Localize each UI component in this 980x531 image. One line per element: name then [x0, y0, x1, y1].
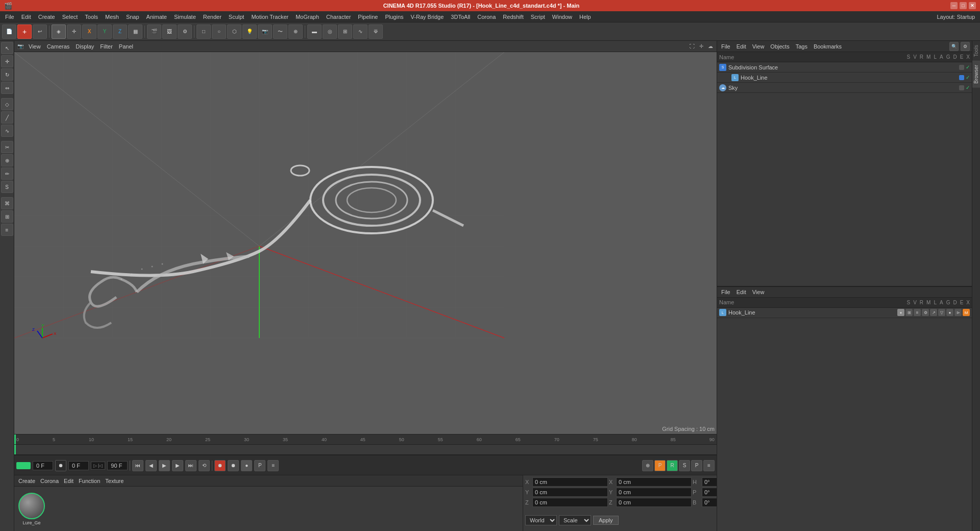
texture-mode-button[interactable]: ▦	[128, 25, 142, 39]
browser-tab[interactable]: Browser	[972, 61, 980, 88]
viewport-option-2[interactable]: ☁	[706, 42, 715, 51]
menu-sculpt[interactable]: Sculpt	[226, 13, 248, 21]
tag-ico-1[interactable]: ●	[897, 309, 904, 316]
viewport-display-menu[interactable]: Display	[74, 42, 96, 51]
step-forward-button[interactable]: ▶	[172, 460, 183, 471]
go-to-end-button[interactable]: ⏭	[185, 460, 197, 471]
object-axis-button[interactable]: ✛	[67, 25, 81, 39]
bend-button[interactable]: 〜	[273, 25, 287, 39]
menu-file[interactable]: File	[2, 13, 17, 21]
viewport-option-1[interactable]: ✛	[697, 42, 705, 51]
preview-button[interactable]: P	[254, 460, 265, 471]
tag-ico-8[interactable]: ⊳	[954, 309, 962, 316]
z-size-field[interactable]	[616, 498, 692, 507]
spline-button[interactable]: ∿	[353, 25, 368, 39]
scale-tool[interactable]: ⇔	[1, 82, 13, 94]
menu-simulate[interactable]: Simulate	[171, 13, 199, 21]
obj-objects-menu[interactable]: Objects	[768, 42, 791, 51]
keyframe-record-button[interactable]: ⏺	[55, 460, 66, 471]
material-function-menu[interactable]: Function	[77, 477, 102, 485]
undo-button[interactable]: ↩	[33, 25, 47, 39]
obj-edit-menu[interactable]: Edit	[734, 42, 748, 51]
obj-bookmarks-menu[interactable]: Bookmarks	[812, 42, 844, 51]
tools-browser-tab[interactable]: Tools	[972, 41, 980, 61]
motion-record-button[interactable]: ⏺	[228, 460, 239, 471]
brush-tool[interactable]: ✏	[1, 167, 13, 180]
x-position-field[interactable]	[532, 477, 608, 487]
tag-ico-6[interactable]: ▽	[938, 309, 945, 316]
menu-select[interactable]: Select	[59, 13, 81, 21]
viewport-camera-icon[interactable]: 📷	[16, 42, 24, 51]
material-texture-menu[interactable]: Texture	[103, 477, 126, 485]
tag-file-menu[interactable]: File	[719, 288, 732, 296]
model-mode-button[interactable]: ◈	[52, 25, 66, 39]
record-button[interactable]: ⏺	[214, 460, 226, 471]
sphere-button[interactable]: ○	[212, 25, 226, 39]
camera-button[interactable]: 📷	[258, 25, 272, 39]
edges-mode-button[interactable]: Y	[97, 25, 112, 39]
go-to-start-button[interactable]: ⏮	[132, 460, 143, 471]
polygon-tool[interactable]: ◇	[1, 98, 13, 110]
apply-button[interactable]: Apply	[593, 516, 619, 525]
menu-plugins[interactable]: Plugins	[382, 13, 406, 21]
obj-tags-menu[interactable]: Tags	[794, 42, 810, 51]
y-size-field[interactable]	[616, 488, 692, 497]
tag-ico-4[interactable]: ⚙	[922, 309, 929, 316]
menu-mograph[interactable]: MoGraph	[292, 13, 322, 21]
obj-view-menu[interactable]: View	[750, 42, 767, 51]
viewport-panel-menu[interactable]: Panel	[117, 42, 135, 51]
coordinate-system-dropdown[interactable]: World Object	[525, 515, 557, 525]
menu-help[interactable]: Help	[576, 13, 594, 21]
sculpt-tool[interactable]: ⌘	[1, 197, 13, 209]
wire-tool[interactable]: ⊞	[1, 210, 13, 223]
tag-ico-3[interactable]: ≡	[914, 309, 921, 316]
loop-button[interactable]: ⟲	[199, 460, 210, 471]
keyframe-param-button[interactable]: P	[691, 460, 702, 471]
tag-ico-9[interactable]: M	[963, 309, 970, 316]
points-mode-button[interactable]: X	[82, 25, 96, 39]
viewport[interactable]: Perspective	[14, 52, 717, 434]
obj-item-sky[interactable]: ☁ Sky ✓	[717, 83, 972, 93]
maximize-button[interactable]: □	[960, 2, 967, 9]
keyframe-pla-button[interactable]: ≡	[703, 460, 715, 471]
menu-corona[interactable]: Corona	[474, 13, 499, 21]
render-active-view-button[interactable]: 🎬	[147, 25, 161, 39]
step-back-button[interactable]: ◀	[145, 460, 157, 471]
magnet-tool[interactable]: ⊕	[1, 154, 13, 166]
floor-button[interactable]: ▬	[307, 25, 322, 39]
rotate-tool[interactable]: ↻	[1, 68, 13, 81]
paint-tool[interactable]: S	[1, 181, 13, 193]
menu-script[interactable]: Script	[528, 13, 548, 21]
material-slot[interactable]: Lure_Ge	[16, 491, 47, 527]
menu-character[interactable]: Character	[323, 13, 354, 21]
menu-window[interactable]: Window	[549, 13, 575, 21]
keyframe-rot-button[interactable]: R	[667, 460, 678, 471]
menu-mesh[interactable]: Mesh	[102, 13, 122, 21]
y-position-field[interactable]	[532, 488, 608, 497]
obj-item-hookline[interactable]: L Hook_Line ✓	[717, 73, 972, 83]
obj-file-menu[interactable]: File	[719, 42, 732, 51]
light-button[interactable]: 💡	[242, 25, 257, 39]
array-button[interactable]: ⊞	[338, 25, 352, 39]
menu-pipeline[interactable]: Pipeline	[355, 13, 381, 21]
keyframe-pos-button[interactable]: P	[654, 460, 666, 471]
tag-view-menu[interactable]: View	[750, 288, 767, 296]
menu-motion-tracker[interactable]: Motion Tracker	[248, 13, 291, 21]
close-button[interactable]: ✕	[969, 2, 976, 9]
material-corona-menu[interactable]: Corona	[38, 477, 61, 485]
boole-button[interactable]: ⊕	[288, 25, 303, 39]
menu-animate[interactable]: Animate	[143, 13, 170, 21]
x-size-field[interactable]	[616, 477, 692, 487]
render-settings-button[interactable]: ⚙	[178, 25, 192, 39]
tag-ico-7[interactable]: ●	[946, 309, 953, 316]
tag-edit-menu[interactable]: Edit	[734, 288, 748, 296]
move-tool[interactable]: ✛	[1, 55, 13, 67]
menu-vray[interactable]: V-Ray Bridge	[408, 13, 447, 21]
menu-edit[interactable]: Edit	[18, 13, 34, 21]
material-edit-menu[interactable]: Edit	[62, 477, 76, 485]
sky-button[interactable]: ◎	[323, 25, 337, 39]
tag-ico-5[interactable]: ↗	[930, 309, 937, 316]
tag-item-hookline[interactable]: L Hook_Line ● ⊞ ≡ ⚙ ↗ ▽ ● ⊳ M	[717, 308, 972, 318]
menu-tools[interactable]: Tools	[82, 13, 101, 21]
material-create-menu[interactable]: Create	[16, 477, 37, 485]
